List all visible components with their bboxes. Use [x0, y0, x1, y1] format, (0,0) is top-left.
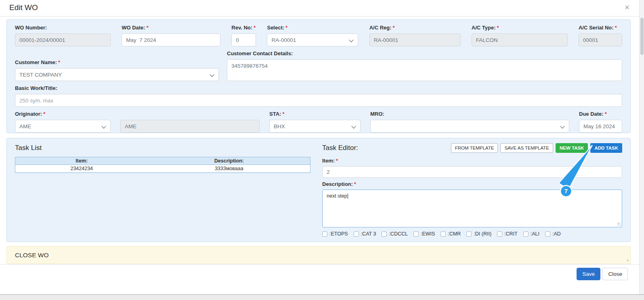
wo-number-label: WO Number:	[15, 25, 111, 31]
modal-footer: Save Close	[0, 264, 639, 287]
checkbox-box[interactable]	[382, 231, 387, 237]
from-template-button[interactable]: FROM TEMPLATE	[451, 143, 498, 153]
new-task-button[interactable]: NEW TASK	[556, 143, 588, 153]
checkbox-label: :DI (RII)	[474, 231, 491, 237]
checkbox-box[interactable]	[497, 231, 502, 237]
add-task-button[interactable]: ADD TASK	[590, 143, 622, 153]
task-panel: Task List Item: Description: 23424234 33…	[6, 138, 631, 242]
checkbox-label: :ALI	[531, 231, 539, 237]
checkbox-cdccl[interactable]: :CDCCL	[382, 231, 408, 237]
checkbox-label: :AD	[552, 231, 561, 237]
close-wo-title: CLOSE WO	[15, 252, 49, 259]
customer-contact-value: 345789876754	[231, 63, 268, 69]
task-list-title: Task List	[15, 144, 310, 152]
customer-name-select[interactable]: TEST COMPANY	[15, 68, 219, 81]
checkbox-box[interactable]	[413, 231, 419, 237]
checkbox-ali[interactable]: :ALI	[523, 231, 539, 237]
sta-label: STA:*	[269, 111, 361, 117]
basic-work-input[interactable]	[15, 94, 622, 107]
ac-serial-input	[579, 33, 622, 46]
close-icon[interactable]: ×	[625, 3, 629, 12]
rev-no-label: Rev. No:*	[231, 25, 256, 31]
bottom-strip	[0, 294, 644, 300]
page-title: Edit WO	[9, 3, 38, 12]
task-flags-row: :ETOPS :CAT 3 :CDCCL :EWIS :CMR :DI (RII…	[322, 231, 622, 237]
checkbox-cat3[interactable]: :CAT 3	[354, 231, 376, 237]
table-row[interactable]: 23424234 3333мовааа	[15, 165, 310, 173]
customer-contact-textarea[interactable]: 345789876754	[227, 59, 622, 81]
wo-date-label: WO Date:*	[122, 25, 220, 31]
close-wo-section[interactable]: CLOSE WO	[6, 246, 631, 264]
checkbox-label: :CDCCL	[389, 231, 408, 237]
checkbox-label: :CAT 3	[361, 231, 376, 237]
description-textarea[interactable]: next step	[322, 190, 622, 227]
column-header-description: Description:	[148, 157, 310, 165]
stray-character: ,	[627, 256, 629, 262]
originator-select[interactable]: AME	[15, 120, 111, 133]
checkbox-box[interactable]	[441, 231, 446, 237]
customer-contact-label: Customer Contact Details:	[227, 50, 622, 56]
checkbox-label: :CRIT	[504, 231, 518, 237]
checkbox-box[interactable]	[523, 231, 529, 237]
close-button[interactable]: Close	[602, 268, 628, 280]
scrollbar-thumb[interactable]	[640, 18, 644, 55]
description-value: next step	[327, 193, 347, 199]
wo-form-panel: WO Number: WO Date:* Rev. No:* Select:* …	[6, 19, 631, 133]
table-header-row: Item: Description:	[15, 157, 310, 165]
wo-number-input	[15, 33, 111, 46]
task-list-table-box: Item: Description: 23424234 3333мовааа	[15, 157, 310, 173]
task-list-table: Item: Description: 23424234 3333мовааа	[15, 157, 310, 173]
originator-select-value: AME	[19, 123, 31, 129]
due-date-label: Due Date:*	[579, 111, 622, 117]
wo-date-input[interactable]	[122, 33, 220, 46]
originator-label: Originator:*	[15, 111, 111, 117]
mro-label: MRO:	[370, 111, 569, 117]
checkbox-di-rii[interactable]: :DI (RII)	[466, 231, 491, 237]
checkbox-box[interactable]	[545, 231, 550, 237]
sta-select-value: BHX	[274, 123, 285, 129]
save-button[interactable]: Save	[577, 268, 600, 280]
checkbox-label: :EWIS	[421, 231, 435, 237]
checkbox-label: :CMR	[448, 231, 461, 237]
item-input[interactable]	[322, 166, 622, 178]
checkbox-box[interactable]	[322, 231, 327, 237]
ac-reg-label: A/C Reg:*	[369, 25, 461, 31]
customer-name-label: Customer Name:*	[15, 59, 219, 65]
checkbox-box[interactable]	[354, 231, 359, 237]
sta-select[interactable]: BHX	[269, 120, 361, 133]
item-label: Item:*	[322, 158, 622, 164]
scrollbar[interactable]	[639, 0, 644, 300]
originator-name-input	[120, 120, 260, 133]
checkbox-label: :ETOPS	[329, 231, 348, 237]
ac-type-input	[472, 33, 568, 46]
cell-item[interactable]: 23424234	[15, 165, 148, 173]
task-editor-title: Task Editor:	[322, 144, 451, 152]
save-as-template-button[interactable]: SAVE AS TEMPLATE	[500, 143, 553, 153]
checkbox-box[interactable]	[466, 231, 472, 237]
checkbox-ewis[interactable]: :EWIS	[413, 231, 435, 237]
checkbox-etops[interactable]: :ETOPS	[322, 231, 348, 237]
description-label: Description:*	[322, 181, 622, 187]
checkbox-ad[interactable]: :AD	[545, 231, 561, 237]
customer-name-value: TEST COMPANY	[19, 72, 62, 78]
aircraft-select[interactable]: RA-00001	[267, 33, 358, 46]
column-header-item: Item:	[15, 157, 148, 165]
checkbox-cmr[interactable]: :CMR	[441, 231, 461, 237]
mro-select[interactable]	[370, 120, 569, 133]
due-date-input[interactable]	[579, 120, 622, 133]
rev-no-input[interactable]	[231, 33, 256, 46]
aircraft-select-value: RA-00001	[271, 37, 296, 43]
cell-description[interactable]: 3333мовааа	[148, 165, 310, 173]
ac-reg-input	[369, 33, 461, 46]
text-caret	[348, 194, 348, 199]
checkbox-crit[interactable]: :CRIT	[497, 231, 518, 237]
basic-work-label: Basic Work/Title:	[15, 85, 622, 91]
ac-type-label: A/C Type:*	[472, 25, 568, 31]
select-label: Select:*	[267, 25, 358, 31]
ac-serial-label: A/C Serial No:*	[579, 25, 622, 31]
header-divider	[0, 16, 639, 17]
